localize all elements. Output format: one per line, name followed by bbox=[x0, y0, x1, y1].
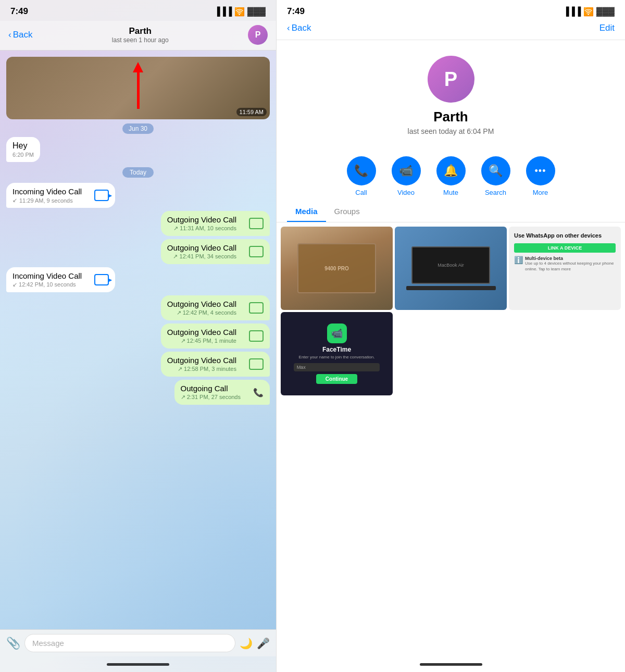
tab-groups[interactable]: Groups bbox=[326, 202, 368, 222]
mic-icon[interactable]: 🎤 bbox=[257, 637, 270, 650]
message-text: Outgoing Video Call bbox=[167, 243, 236, 252]
mute-action-button[interactable]: 🔔 Mute bbox=[436, 156, 466, 196]
message-bubble: Outgoing Video Call ↗ 11:31 AM, 10 secon… bbox=[161, 211, 270, 236]
edit-button[interactable]: Edit bbox=[599, 23, 615, 33]
more-icon: ••• bbox=[535, 166, 546, 177]
message-meta: ↗ 2:31 PM, 27 seconds bbox=[181, 394, 241, 401]
profile-name: Parth bbox=[433, 109, 468, 125]
call-action-button[interactable]: 📞 Call bbox=[347, 156, 376, 196]
message-text: Outgoing Call bbox=[181, 384, 241, 393]
action-buttons: 📞 Call 📹 Video 🔔 Mute 🔍 Search ••• bbox=[277, 146, 625, 202]
message-text: Outgoing Video Call bbox=[167, 356, 236, 365]
media-thumb-2[interactable]: MacBook Air bbox=[395, 227, 507, 310]
message-text: Outgoing Video Call bbox=[167, 215, 236, 224]
phone-icon: 📞 bbox=[354, 164, 368, 178]
video-call-icon bbox=[249, 246, 264, 257]
message-meta: ↗ 12:45 PM, 1 minute bbox=[167, 338, 236, 344]
message-meta: ↗ 12:42 PM, 4 seconds bbox=[167, 309, 236, 316]
message-row: Outgoing Video Call ↗ 12:58 PM, 3 minute… bbox=[6, 352, 270, 377]
call-icon-circle: 📞 bbox=[347, 156, 376, 185]
bell-icon: 🔔 bbox=[444, 164, 458, 178]
emoji-icon[interactable]: 🌙 bbox=[240, 637, 253, 650]
right-back-button[interactable]: ‹ Back bbox=[287, 23, 311, 33]
tab-groups-label: Groups bbox=[334, 207, 360, 216]
search-action-button[interactable]: 🔍 Search bbox=[481, 156, 510, 196]
profile-status: last seen today at 6:04 PM bbox=[408, 127, 494, 135]
message-meta: ↗ 12:41 PM, 34 seconds bbox=[167, 253, 236, 260]
message-text: Incoming Video Call bbox=[12, 271, 82, 280]
video-call-icon bbox=[249, 358, 264, 370]
chat-body: 11:59 AM Jun 30 Hey 6:20 PM Today bbox=[0, 51, 276, 629]
link-device-label: LINK A DEVICE bbox=[548, 245, 582, 251]
search-label: Search bbox=[485, 189, 506, 196]
more-icon-circle: ••• bbox=[526, 156, 555, 185]
message-bubble: Outgoing Video Call ↗ 12:58 PM, 3 minute… bbox=[161, 352, 270, 377]
message-meta: ↗ 11:31 AM, 10 seconds bbox=[167, 225, 236, 232]
media-thumb-1[interactable]: 9400 PRO bbox=[281, 227, 393, 310]
message-text: Outgoing Video Call bbox=[167, 328, 236, 337]
message-bubble: Outgoing Video Call ↗ 12:45 PM, 1 minute bbox=[161, 323, 270, 349]
more-action-button[interactable]: ••• More bbox=[526, 156, 555, 196]
message-bubble: Incoming Video Call ↙ 12:42 PM, 10 secon… bbox=[6, 267, 115, 292]
info-icon: ℹ️ bbox=[514, 256, 523, 264]
multi-device-label: Multi-device beta bbox=[525, 256, 616, 261]
date-badge-text: Jun 30 bbox=[122, 123, 154, 134]
right-chat-header: ‹ Back Edit bbox=[277, 21, 625, 40]
back-button[interactable]: ‹ Back bbox=[8, 30, 32, 40]
avatar-letter: P bbox=[255, 30, 261, 40]
chat-contact-status: last seen 1 hour ago bbox=[36, 36, 244, 44]
message-bubble: Incoming Video Call ↙ 11:29 AM, 9 second… bbox=[6, 183, 115, 208]
facetime-card[interactable]: 📹 FaceTime Enter your name to join the c… bbox=[281, 312, 393, 395]
message-text: Hey bbox=[12, 141, 27, 150]
contact-avatar-small[interactable]: P bbox=[248, 25, 268, 45]
chevron-left-icon: ‹ bbox=[8, 30, 11, 40]
message-row: Incoming Video Call ↙ 11:29 AM, 9 second… bbox=[6, 183, 270, 208]
signal-icon: ▐▐▐ bbox=[563, 7, 581, 16]
mute-icon-circle: 🔔 bbox=[436, 156, 466, 185]
profile-section: P Parth last seen today at 6:04 PM bbox=[277, 40, 625, 146]
chat-header-center: Parth last seen 1 hour ago bbox=[36, 26, 244, 44]
message-meta: 6:20 PM bbox=[12, 152, 34, 158]
message-input[interactable]: Message bbox=[24, 634, 235, 652]
right-status-bar: 7:49 ▐▐▐ 🛜 ▓▓▓ bbox=[277, 0, 625, 21]
signal-icon: ▐▐▐ bbox=[214, 7, 232, 16]
message-text: Outgoing Video Call bbox=[167, 300, 236, 308]
message-text: Incoming Video Call bbox=[12, 187, 82, 196]
attach-icon[interactable]: 📎 bbox=[6, 637, 20, 650]
tab-media[interactable]: Media bbox=[287, 202, 326, 222]
message-bubble: Outgoing Video Call ↗ 12:42 PM, 4 second… bbox=[161, 295, 270, 320]
media-grid: 9400 PRO MacBook Air Use WhatsApp on oth… bbox=[277, 222, 625, 656]
message-bubble: Hey 6:20 PM bbox=[6, 137, 40, 162]
facetime-icon: 📹 bbox=[327, 323, 347, 343]
video-call-icon bbox=[249, 302, 264, 314]
right-time: 7:49 bbox=[287, 6, 305, 17]
video-call-icon bbox=[94, 274, 109, 285]
message-row: Outgoing Video Call ↗ 12:41 PM, 34 secon… bbox=[6, 239, 270, 264]
chevron-left-icon: ‹ bbox=[287, 23, 290, 33]
video-call-icon bbox=[249, 330, 264, 342]
red-arrow-left bbox=[133, 62, 143, 109]
battery-icon: ▓▓▓ bbox=[596, 7, 615, 16]
left-status-bar: 7:49 ▐▐▐ 🛜 ▓▓▓ bbox=[0, 0, 276, 21]
back-label: Back bbox=[13, 30, 33, 40]
check-icon: ↙ bbox=[12, 197, 17, 204]
home-bar bbox=[107, 663, 169, 666]
home-indicator bbox=[0, 656, 276, 672]
facetime-btn-label: Continue bbox=[326, 376, 348, 382]
message-row: Outgoing Video Call ↗ 11:31 AM, 10 secon… bbox=[6, 211, 270, 236]
message-placeholder: Message bbox=[32, 639, 64, 648]
video-call-icon bbox=[94, 190, 109, 201]
whatsapp-promo-card[interactable]: Use WhatsApp on other devices LINK A DEV… bbox=[509, 227, 621, 310]
right-status-icons: ▐▐▐ 🛜 ▓▓▓ bbox=[563, 7, 615, 17]
message-bubble: Outgoing Call ↗ 2:31 PM, 27 seconds 📞 bbox=[174, 380, 270, 405]
message-row: Outgoing Video Call ↗ 12:42 PM, 4 second… bbox=[6, 295, 270, 320]
facetime-title: FaceTime bbox=[322, 346, 351, 353]
facetime-name-field[interactable]: Max bbox=[294, 363, 380, 371]
message-meta: ↙ 11:29 AM, 9 seconds bbox=[12, 197, 82, 204]
facetime-continue-button[interactable]: Continue bbox=[316, 374, 357, 384]
media-preview[interactable]: 11:59 AM bbox=[6, 57, 270, 119]
link-device-button[interactable]: LINK A DEVICE bbox=[514, 243, 616, 253]
today-badge: Today bbox=[6, 167, 270, 178]
video-action-button[interactable]: 📹 Video bbox=[392, 156, 421, 196]
more-label: More bbox=[533, 189, 548, 196]
